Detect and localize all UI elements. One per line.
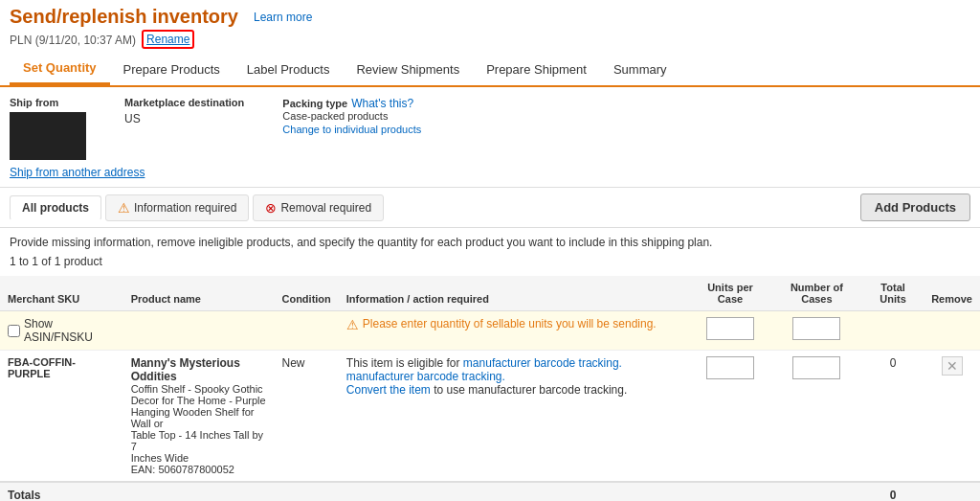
warning-icon: ⚠ <box>118 200 130 216</box>
tab-removal-required[interactable]: ⊗ Removal required <box>253 194 384 221</box>
ship-from: Ship from <box>10 97 86 160</box>
product-detail1: Coffin Shelf - Spooky Gothic <box>131 383 267 395</box>
tab-information-required-label: Information required <box>134 201 236 215</box>
product-name-cell: Manny's Mysterious Oddities Coffin Shelf… <box>123 351 275 483</box>
sku-cell: FBA-COFFIN-PURPLE <box>0 351 123 483</box>
error-icon: ⊗ <box>265 200 277 216</box>
col-units-per-case: Units per Case <box>689 276 771 311</box>
col-remove: Remove <box>924 276 980 311</box>
change-to-individual[interactable]: Change to individual products <box>282 124 421 135</box>
totals-total-units: 0 <box>862 482 924 501</box>
convert-item-text: to use manufacturer barcode tracking. <box>434 383 627 397</box>
warning-message: ⚠ Please enter quantity of sellable unit… <box>346 317 681 332</box>
product-detail5: Inches Wide <box>131 452 267 464</box>
tab-information-required[interactable]: ⚠ Information required <box>105 194 249 221</box>
product-tabs: All products ⚠ Information required ⊗ Re… <box>0 188 980 228</box>
table-row: FBA-COFFIN-PURPLE Manny's Mysterious Odd… <box>0 351 980 483</box>
ean-label: EAN: <box>131 464 156 475</box>
empty-name-cell <box>123 311 275 351</box>
learn-more-link[interactable]: Learn more <box>254 11 312 24</box>
col-product-name: Product name <box>123 276 275 311</box>
product-detail4: Table Top - 14 Inches Tall by 7 <box>131 429 267 452</box>
plan-info: PLN (9/11/20, 10:37 AM) <box>10 34 136 47</box>
number-of-cases-input-cell <box>771 351 862 483</box>
packing-type: Packing type What's this? Case-packed pr… <box>282 97 421 135</box>
condition-cell: New <box>274 351 338 483</box>
marketplace-dest: Marketplace destination US <box>124 97 244 125</box>
page-title: Send/replenish inventory <box>10 6 238 28</box>
show-asin-label: Show ASIN/FNSKU <box>24 317 116 344</box>
warning-cell: ⚠ Please enter quantity of sellable unit… <box>339 311 689 351</box>
empty-total-warning <box>862 311 924 351</box>
product-ean: EAN: 5060787800052 <box>131 464 267 475</box>
marketplace-value: US <box>124 112 141 125</box>
number-of-cases-input-warning <box>771 311 862 351</box>
info-cell: This item is eligible for manufacturer b… <box>339 351 689 483</box>
top-header: Send/replenish inventory Learn more PLN … <box>0 0 980 53</box>
ship-section: Ship from Marketplace destination US Pac… <box>0 87 980 164</box>
count-text-top: 1 to 1 of 1 product <box>0 253 980 276</box>
col-condition: Condition <box>274 276 338 311</box>
marketplace-label: Marketplace destination <box>124 97 244 108</box>
ship-from-label: Ship from <box>10 97 86 108</box>
tab-all-products[interactable]: All products <box>10 195 101 220</box>
tab-prepare-products[interactable]: Prepare Products <box>110 55 234 84</box>
col-total-units: Total Units <box>862 276 924 311</box>
product-detail2: Decor for The Home - Purple <box>131 395 267 406</box>
units-per-case-input-warning <box>689 311 771 351</box>
warning-triangle-icon: ⚠ <box>346 317 359 332</box>
manufacturer-barcode-link[interactable]: manufacturer barcode tracking. <box>463 356 622 370</box>
empty-condition-cell <box>274 311 338 351</box>
tab-summary[interactable]: Summary <box>600 55 680 84</box>
tab-set-quantity[interactable]: Set Quantity <box>10 53 110 85</box>
units-per-case-input-1[interactable] <box>706 317 754 340</box>
units-per-case-input-2[interactable] <box>706 356 754 379</box>
ean-value: 5060787800052 <box>158 464 234 475</box>
info-text1: This item is eligible for <box>346 356 460 370</box>
remove-button[interactable]: ✕ <box>942 356 963 376</box>
ship-from-another-link[interactable]: Ship from another address <box>10 166 145 179</box>
packing-type-value: Case-packed products <box>282 110 421 122</box>
table-header-row: Merchant SKU Product name Condition Info… <box>0 276 980 311</box>
asin-checkbox-cell: Show ASIN/FNSKU <box>0 311 123 351</box>
product-name: Manny's Mysterious Oddities <box>131 356 267 383</box>
convert-item-link[interactable]: Convert the item <box>346 383 431 397</box>
warning-text: Please enter quantity of sellable units … <box>363 317 657 330</box>
units-per-case-input-cell <box>689 351 771 483</box>
empty-remove-warning <box>924 311 980 351</box>
remove-cell: ✕ <box>924 351 980 483</box>
eligible-message: This item is eligible for manufacturer b… <box>346 356 681 383</box>
show-asin-checkbox[interactable] <box>8 325 20 337</box>
totals-label: Totals <box>0 482 862 501</box>
col-number-of-cases: Number of Cases <box>771 276 862 311</box>
number-of-cases-input-1[interactable] <box>792 317 840 340</box>
product-detail3: Hanging Wooden Shelf for Wall or <box>131 406 267 429</box>
packing-label: Packing type <box>282 98 347 109</box>
totals-remove <box>924 482 980 501</box>
col-merchant-sku: Merchant SKU <box>0 276 123 311</box>
rename-link[interactable]: Rename <box>142 30 194 49</box>
ship-from-image <box>10 112 86 160</box>
col-information: Information / action required <box>339 276 689 311</box>
show-asin-checkbox-row: Show ASIN/FNSKU <box>8 317 116 344</box>
table-warning-row: Show ASIN/FNSKU ⚠ Please enter quantity … <box>0 311 980 351</box>
products-table: Merchant SKU Product name Condition Info… <box>0 276 980 501</box>
tab-removal-required-label: Removal required <box>280 201 371 215</box>
convert-item: Convert the item to use manufacturer bar… <box>346 383 681 397</box>
add-products-button[interactable]: Add Products <box>860 194 970 221</box>
tab-review-shipments[interactable]: Review Shipments <box>343 55 473 84</box>
ship-from-another-container: Ship from another address <box>0 164 980 187</box>
info-text: Provide missing information, remove inel… <box>0 228 980 253</box>
workflow-tabs: Set Quantity Prepare Products Label Prod… <box>0 53 980 87</box>
info-link1-text[interactable]: manufacturer barcode tracking. <box>346 370 505 383</box>
total-units-cell: 0 <box>862 351 924 483</box>
totals-row: Totals 0 <box>0 482 980 501</box>
packing-whats-this[interactable]: What's this? <box>351 97 413 110</box>
tab-label-products[interactable]: Label Products <box>234 55 344 84</box>
tab-prepare-shipment[interactable]: Prepare Shipment <box>473 55 600 84</box>
number-of-cases-input-2[interactable] <box>792 356 840 379</box>
